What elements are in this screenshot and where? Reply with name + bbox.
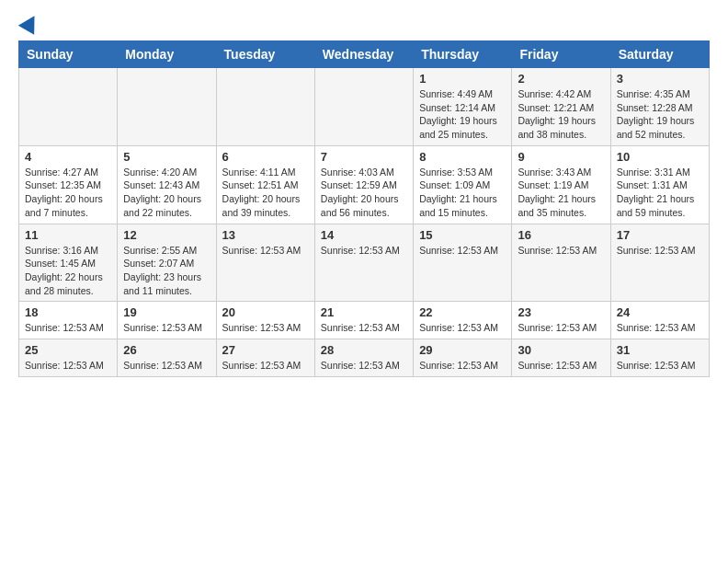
day-number: 20	[222, 305, 309, 319]
calendar-cell: 3Sunrise: 4:35 AM Sunset: 12:28 AM Dayli…	[610, 68, 709, 146]
day-info: Sunrise: 12:53 AM	[419, 321, 506, 335]
day-info: Sunrise: 12:53 AM	[617, 359, 703, 373]
calendar-cell	[216, 68, 314, 146]
day-info: Sunrise: 12:53 AM	[123, 321, 210, 335]
column-header-thursday: Thursday	[414, 41, 512, 68]
day-info: Sunrise: 3:43 AM Sunset: 1:19 AM Dayligh…	[518, 166, 604, 220]
calendar-cell: 23Sunrise: 12:53 AM	[512, 302, 610, 339]
day-number: 12	[123, 228, 210, 242]
calendar-cell	[314, 68, 413, 146]
calendar-cell: 9Sunrise: 3:43 AM Sunset: 1:19 AM Daylig…	[512, 145, 610, 224]
calendar-cell: 15Sunrise: 12:53 AM	[414, 224, 512, 302]
day-info: Sunrise: 4:20 AM Sunset: 12:43 AM Daylig…	[123, 166, 210, 220]
day-info: Sunrise: 4:11 AM Sunset: 12:51 AM Daylig…	[222, 166, 309, 220]
day-number: 31	[617, 343, 703, 357]
day-number: 23	[518, 305, 604, 319]
column-header-friday: Friday	[512, 41, 610, 68]
calendar-cell: 16Sunrise: 12:53 AM	[512, 224, 610, 302]
day-info: Sunrise: 12:53 AM	[518, 244, 604, 258]
day-info: Sunrise: 2:55 AM Sunset: 2:07 AM Dayligh…	[123, 244, 210, 298]
calendar-cell: 20Sunrise: 12:53 AM	[216, 302, 314, 339]
calendar-cell: 10Sunrise: 3:31 AM Sunset: 1:31 AM Dayli…	[610, 145, 709, 224]
day-number: 2	[518, 72, 604, 86]
calendar-cell: 26Sunrise: 12:53 AM	[118, 339, 216, 376]
day-number: 25	[25, 343, 111, 357]
column-header-sunday: Sunday	[19, 41, 118, 68]
day-number: 4	[25, 150, 111, 164]
day-info: Sunrise: 12:53 AM	[123, 359, 210, 373]
calendar-cell: 31Sunrise: 12:53 AM	[610, 339, 709, 376]
calendar-week-row: 11Sunrise: 3:16 AM Sunset: 1:45 AM Dayli…	[19, 224, 710, 302]
day-info: Sunrise: 12:53 AM	[222, 244, 309, 258]
day-info: Sunrise: 12:53 AM	[25, 321, 111, 335]
calendar-cell: 2Sunrise: 4:42 AM Sunset: 12:21 AM Dayli…	[512, 68, 610, 146]
calendar-week-row: 25Sunrise: 12:53 AM26Sunrise: 12:53 AM27…	[19, 339, 710, 376]
calendar-cell: 25Sunrise: 12:53 AM	[19, 339, 118, 376]
day-info: Sunrise: 12:53 AM	[222, 321, 309, 335]
header	[18, 18, 710, 31]
day-number: 16	[518, 228, 604, 242]
calendar-cell: 1Sunrise: 4:49 AM Sunset: 12:14 AM Dayli…	[414, 68, 512, 146]
day-info: Sunrise: 12:53 AM	[617, 321, 703, 335]
day-number: 9	[518, 150, 604, 164]
column-header-wednesday: Wednesday	[314, 41, 413, 68]
day-info: Sunrise: 4:27 AM Sunset: 12:35 AM Daylig…	[25, 166, 111, 220]
calendar-cell: 22Sunrise: 12:53 AM	[414, 302, 512, 339]
day-number: 26	[123, 343, 210, 357]
calendar-cell: 11Sunrise: 3:16 AM Sunset: 1:45 AM Dayli…	[19, 224, 118, 302]
calendar-cell: 21Sunrise: 12:53 AM	[314, 302, 413, 339]
column-header-monday: Monday	[118, 41, 216, 68]
day-number: 3	[617, 72, 703, 86]
calendar-cell: 27Sunrise: 12:53 AM	[216, 339, 314, 376]
day-info: Sunrise: 4:35 AM Sunset: 12:28 AM Daylig…	[617, 87, 703, 142]
calendar-table: SundayMondayTuesdayWednesdayThursdayFrid…	[18, 40, 710, 377]
day-number: 27	[222, 343, 309, 357]
day-number: 5	[123, 150, 210, 164]
calendar-cell	[19, 68, 118, 146]
calendar-cell: 6Sunrise: 4:11 AM Sunset: 12:51 AM Dayli…	[216, 145, 314, 224]
day-info: Sunrise: 12:53 AM	[419, 244, 506, 258]
day-number: 1	[419, 72, 506, 86]
calendar-cell: 12Sunrise: 2:55 AM Sunset: 2:07 AM Dayli…	[118, 224, 216, 302]
day-info: Sunrise: 12:53 AM	[321, 244, 407, 258]
day-info: Sunrise: 12:53 AM	[321, 321, 407, 335]
logo	[18, 18, 40, 31]
day-info: Sunrise: 12:53 AM	[419, 359, 506, 373]
calendar-cell: 28Sunrise: 12:53 AM	[314, 339, 413, 376]
calendar-week-row: 4Sunrise: 4:27 AM Sunset: 12:35 AM Dayli…	[19, 145, 710, 224]
day-number: 15	[419, 228, 506, 242]
day-number: 29	[419, 343, 506, 357]
day-number: 6	[222, 150, 309, 164]
day-number: 28	[321, 343, 407, 357]
day-info: Sunrise: 12:53 AM	[518, 321, 604, 335]
day-info: Sunrise: 4:03 AM Sunset: 12:59 AM Daylig…	[321, 166, 407, 220]
day-number: 11	[25, 228, 111, 242]
day-number: 8	[419, 150, 506, 164]
day-info: Sunrise: 12:53 AM	[321, 359, 407, 373]
calendar-cell: 14Sunrise: 12:53 AM	[314, 224, 413, 302]
logo-triangle-icon	[18, 11, 42, 35]
day-number: 18	[25, 305, 111, 319]
day-info: Sunrise: 12:53 AM	[617, 244, 703, 258]
calendar-cell: 5Sunrise: 4:20 AM Sunset: 12:43 AM Dayli…	[118, 145, 216, 224]
day-number: 14	[321, 228, 407, 242]
day-info: Sunrise: 12:53 AM	[25, 359, 111, 373]
day-info: Sunrise: 3:53 AM Sunset: 1:09 AM Dayligh…	[419, 166, 506, 220]
day-number: 7	[321, 150, 407, 164]
calendar-cell: 4Sunrise: 4:27 AM Sunset: 12:35 AM Dayli…	[19, 145, 118, 224]
day-info: Sunrise: 4:49 AM Sunset: 12:14 AM Daylig…	[419, 87, 506, 142]
calendar-cell: 7Sunrise: 4:03 AM Sunset: 12:59 AM Dayli…	[314, 145, 413, 224]
calendar-cell: 24Sunrise: 12:53 AM	[610, 302, 709, 339]
day-number: 19	[123, 305, 210, 319]
day-info: Sunrise: 12:53 AM	[222, 359, 309, 373]
calendar-cell: 18Sunrise: 12:53 AM	[19, 302, 118, 339]
calendar-cell: 30Sunrise: 12:53 AM	[512, 339, 610, 376]
day-info: Sunrise: 3:16 AM Sunset: 1:45 AM Dayligh…	[25, 244, 111, 298]
day-number: 30	[518, 343, 604, 357]
calendar-header-row: SundayMondayTuesdayWednesdayThursdayFrid…	[19, 41, 710, 68]
calendar-cell: 29Sunrise: 12:53 AM	[414, 339, 512, 376]
calendar-cell: 13Sunrise: 12:53 AM	[216, 224, 314, 302]
day-number: 21	[321, 305, 407, 319]
calendar-week-row: 1Sunrise: 4:49 AM Sunset: 12:14 AM Dayli…	[19, 68, 710, 146]
day-info: Sunrise: 4:42 AM Sunset: 12:21 AM Daylig…	[518, 87, 604, 142]
